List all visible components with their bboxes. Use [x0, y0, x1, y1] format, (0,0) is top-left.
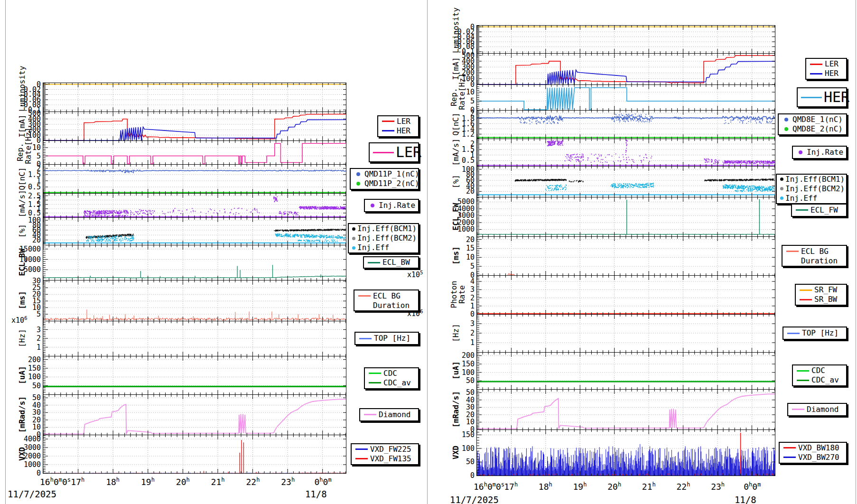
- x-tick-label: 18h: [539, 481, 552, 492]
- legend-ecl-fw: ECL_FW: [791, 204, 847, 217]
- legend-label: QMD11P_2(nC): [364, 179, 419, 188]
- plot-vxd-dose: [43, 435, 346, 473]
- plot-rep-rate: [43, 141, 346, 164]
- plot-diamond-dose: [43, 395, 346, 435]
- legend-label: ECL_BW: [382, 258, 410, 267]
- date-label-end: 11/8: [305, 489, 327, 499]
- legend-inj-eff-bcm1-: Inj.Eff(BCM1)Inj.Eff(BCM2)Inj.Eff: [348, 223, 419, 253]
- subplot-top-rate: [43, 321, 346, 356]
- legend-entry: QMD8E_2(nC): [780, 124, 845, 134]
- subplot-beam-current: [43, 112, 346, 141]
- legend-entry: VXD_BW270: [781, 453, 845, 462]
- legend-label: VXD_BW180: [798, 443, 839, 453]
- subplot-top-rate: [476, 314, 775, 353]
- legend-ecl-bg: ECL BGDuration: [354, 289, 419, 311]
- legend-label: ECL_FW: [810, 205, 838, 215]
- subplot-vxd-dose: [476, 429, 775, 476]
- legend-sr-fw: SR_FWSR_BW: [795, 284, 847, 306]
- axis-label-vxd-dose: VXD: [452, 429, 460, 476]
- legend-inj-eff-bcm1-: Inj.Eff(BCM1)Inj.Eff(BCM2)Inj.Eff: [776, 174, 847, 204]
- legend-label: Inj.Eff(BCM2): [357, 233, 417, 243]
- legend-entry: LER: [808, 59, 845, 69]
- legend-dot-marker: [350, 227, 357, 231]
- subplot-inj-eff: [476, 166, 775, 197]
- legend-entry: Inj.Eff: [778, 194, 845, 203]
- legend-entry: CDC: [366, 369, 417, 378]
- legend-line-marker: [794, 380, 811, 381]
- legend-label: QMD8E_1(nC): [792, 115, 843, 124]
- legend-entry: Inj.Rate: [794, 148, 845, 157]
- subplot-ecl-bg-duration: [43, 280, 346, 321]
- x-tick-label: 22h: [246, 476, 260, 487]
- axis-label-ecl-bg-duration: [ms]: [452, 236, 460, 275]
- plot-cdc-current: [43, 356, 346, 394]
- legend-entry: VXD_FW225: [353, 445, 417, 454]
- axis-label-rep-rate: Rate[Hz]: [24, 140, 32, 164]
- legend-entry: Inj.Eff: [350, 243, 417, 252]
- legend-ler: LERHER: [805, 58, 847, 80]
- legend-dot-marker: [350, 237, 357, 240]
- axis-label-inj-eff: [%]: [18, 217, 26, 245]
- plot-beam-current: [43, 112, 346, 140]
- x-tick-label: 18h: [106, 476, 120, 487]
- legend-diamond: Diamond: [787, 403, 847, 416]
- legend-entry: HER: [799, 89, 845, 105]
- axis-label-inj-eff: [%]: [452, 166, 460, 197]
- x-tick-label: 20h: [176, 476, 190, 487]
- axis-label-top-rate: [Hz]: [18, 321, 26, 356]
- date-label-start: 11/7/2025: [450, 495, 499, 504]
- legend-label: Inj.Eff: [785, 194, 817, 203]
- legend-entry: ECL BGDuration: [356, 291, 417, 309]
- legend-entry: ECL_FW: [793, 205, 845, 215]
- x-tick-label: 19h: [573, 481, 587, 492]
- series-ler-current: [477, 56, 775, 84]
- legend-dot-marker: [780, 118, 792, 121]
- legend-line-marker: [366, 382, 383, 383]
- axis-label-rep-rate: Rate[Hz]: [458, 84, 466, 110]
- axis-label-ecl-fw: ECL_FW: [452, 197, 460, 236]
- date-label-start: 11/7/2025: [8, 489, 56, 499]
- legend-line-marker: [793, 209, 810, 211]
- series-diamond: [43, 399, 346, 434]
- plot-ecl-fw: [477, 197, 775, 236]
- legend-label: QMD8E_2(nC): [792, 124, 843, 134]
- subplot-ecl-bw: [43, 245, 346, 280]
- legend-top-hz-: TOP [Hz]: [782, 327, 847, 340]
- plot-charge: [43, 165, 346, 193]
- subplot-photon-rate: [476, 275, 775, 315]
- axis-label-charge: Q[nC]: [452, 110, 460, 139]
- legend-inj-rate: Inj.Rate: [792, 146, 847, 159]
- legend-entry: Inj.Rate: [366, 201, 417, 210]
- legend-line-marker: [353, 448, 370, 450]
- axis-label-rep-rate: Rep.: [450, 84, 458, 110]
- legend-vxd-fw225: VXD_FW225VXD_FW135: [351, 443, 419, 465]
- legend-entry: Diamond: [790, 405, 845, 414]
- axis-label-diamond-dose: [mRad/s]: [452, 389, 460, 429]
- legend-label: CDC: [811, 366, 825, 375]
- series-diamond: [477, 394, 775, 429]
- subplot-charge: [476, 110, 775, 139]
- legend-label: HER: [397, 126, 410, 136]
- x-tick-label: 20h: [607, 481, 621, 492]
- legend-vxd-bw180: VXD_BW180VXD_BW270: [779, 442, 847, 464]
- axis-label-ecl-bw: ECL_BW: [18, 245, 26, 280]
- axis-label-rep-rate: Rep.: [16, 140, 24, 164]
- scale-label-photon-rate: x105: [407, 270, 423, 279]
- legend-top-hz-: TOP [Hz]: [354, 332, 419, 345]
- x-tick-label: 21h: [211, 476, 225, 487]
- legend-label: Inj.Eff: [357, 243, 389, 252]
- legend-line-marker: [799, 97, 824, 98]
- legend-entry: TOP [Hz]: [785, 328, 845, 338]
- axis-label-diamond-dose: [mRad/s]: [18, 394, 26, 435]
- series-ecl-fw-spikes: [627, 199, 760, 234]
- legend-label: ECL BGDuration: [373, 291, 410, 310]
- legend-label: VXD_FW135: [370, 454, 411, 464]
- subplot-rep-rate: [43, 140, 346, 165]
- legend-line-marker: [784, 251, 801, 252]
- plot-inj-eff: [43, 218, 346, 245]
- series-inj-rate-dots: [84, 196, 346, 217]
- x-tick-label: 17h: [504, 481, 518, 492]
- legend-entry: Inj.Eff(BCM2): [350, 233, 417, 243]
- x-tick-label: 16h0m0s: [474, 481, 504, 492]
- plot-inj-rate: [43, 194, 346, 217]
